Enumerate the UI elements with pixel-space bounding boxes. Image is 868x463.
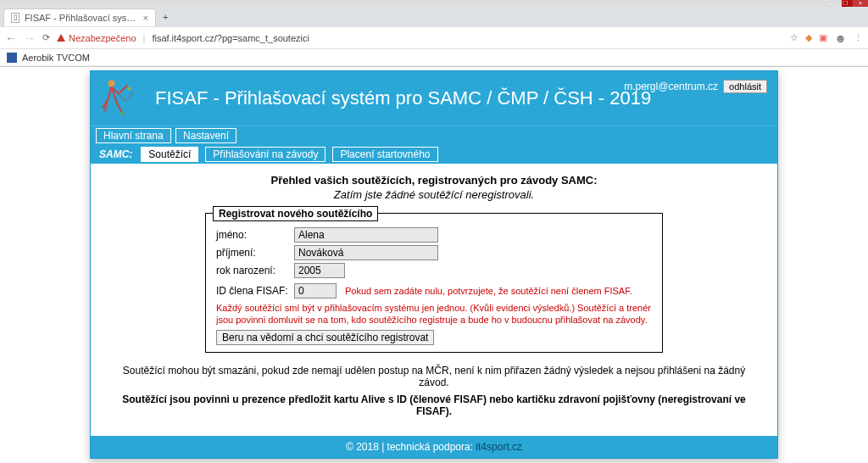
extension-icon[interactable]: ◆ xyxy=(805,32,812,43)
app-box: FISAF - Přihlašovací systém pro SAMC / Č… xyxy=(90,70,778,459)
window-controls: – ☐ × xyxy=(0,0,868,7)
registration-form: Registrovat nového soutěžícího jméno: př… xyxy=(205,213,663,353)
browser-chrome: – ☐ × ▯ FISAF - Přihlašovací systém pro … xyxy=(0,0,868,67)
new-tab-button[interactable]: + xyxy=(156,12,175,22)
nav-payments[interactable]: Placení startovného xyxy=(332,147,437,162)
label-firstname: jméno: xyxy=(216,229,294,241)
form-legend: Registrovat nového soutěžícího xyxy=(213,206,378,221)
warn-fisaf-zero: Pokud sem zadáte nulu, potvrzujete, že s… xyxy=(345,286,632,296)
page-icon: ▯ xyxy=(11,13,19,23)
user-area: m.pergl@centrum.cz odhlásit xyxy=(624,80,767,93)
fisaf-logo xyxy=(101,76,145,120)
reload-icon[interactable]: ⟳ xyxy=(42,32,50,43)
bookmark-bar: Aerobik TVCOM xyxy=(0,49,868,66)
app-header: FISAF - Přihlašovací systém pro SAMC / Č… xyxy=(91,71,777,126)
user-email: m.pergl@centrum.cz xyxy=(624,81,718,92)
security-label: Nezabezpečeno xyxy=(69,33,136,43)
main-content: Přehled vašich soutěžících, registrovaný… xyxy=(91,164,777,426)
url-input[interactable] xyxy=(152,33,783,43)
star-icon[interactable]: ☆ xyxy=(790,32,798,43)
svg-point-3 xyxy=(127,86,131,90)
nav-home[interactable]: Hlavní strana xyxy=(96,128,171,143)
label-lastname: příjmení: xyxy=(216,247,294,259)
nav-settings[interactable]: Nastavení xyxy=(175,128,236,143)
warning-triangle-icon xyxy=(57,34,65,42)
note-id-required: Soutěžící jsou povinni u prezence předlo… xyxy=(108,393,760,417)
primary-nav: Hlavní strana Nastavení xyxy=(91,126,777,145)
note-deletion: Soutěžící mohou být smazáni, pokud zde n… xyxy=(108,365,760,388)
tab-title: FISAF - Přihlašovací systém pro ... xyxy=(25,13,138,23)
svg-point-1 xyxy=(104,108,108,111)
tab-bar: ▯ FISAF - Přihlašovací systém pro ... × … xyxy=(0,7,868,27)
bookmark-favicon xyxy=(7,53,17,63)
input-fisaf-id[interactable] xyxy=(294,283,337,298)
content-subheading: Zatím jste žádné soutěžící neregistroval… xyxy=(108,188,760,201)
footer-copyright: © 2018 | technická podpora: xyxy=(346,441,476,453)
profile-icon[interactable]: ☻ xyxy=(834,31,847,45)
label-fisaf-id: ID člena FISAF: xyxy=(216,285,294,297)
security-indicator[interactable]: Nezabezpečeno xyxy=(57,33,136,43)
page-container: FISAF - Přihlašovací systém pro SAMC / Č… xyxy=(0,67,868,459)
bookmark-item[interactable]: Aerobik TVCOM xyxy=(22,53,90,63)
svg-point-0 xyxy=(108,80,114,86)
nav-register-races[interactable]: Přihlašování na závody xyxy=(205,147,326,162)
logout-button[interactable]: odhlásit xyxy=(723,80,767,93)
submit-register-button[interactable]: Beru na vědomí a chci soutěžícího regist… xyxy=(216,330,434,345)
secondary-nav: SAMC: Soutěžící Přihlašování na závody P… xyxy=(91,145,777,164)
window-close[interactable]: × xyxy=(853,0,868,7)
menu-icon[interactable]: ⋮ xyxy=(854,32,863,43)
label-birthyear: rok narození: xyxy=(216,265,294,276)
app-footer: © 2018 | technická podpora: it4sport.cz xyxy=(91,436,777,458)
nav-forward-icon[interactable]: → xyxy=(24,31,36,45)
content-heading: Přehled vašich soutěžících, registrovaný… xyxy=(108,174,760,187)
app-title: FISAF - Přihlašovací systém pro SAMC / Č… xyxy=(155,87,651,109)
extension2-icon[interactable]: ▣ xyxy=(819,32,827,43)
warn-duplicate: Každý soutěžící smí být v přihlašovacím … xyxy=(216,302,652,326)
footer-support-link[interactable]: it4sport.cz xyxy=(476,441,522,453)
nav-competitors[interactable]: Soutěžící xyxy=(141,147,198,162)
browser-tab[interactable]: ▯ FISAF - Přihlašovací systém pro ... × xyxy=(3,8,156,26)
tab-close-icon[interactable]: × xyxy=(143,13,148,23)
input-firstname[interactable] xyxy=(294,227,438,243)
svg-point-2 xyxy=(120,112,124,115)
window-minimize[interactable]: – xyxy=(822,0,837,7)
address-bar: ← → ⟳ Nezabezpečeno | ☆ ◆ ▣ ☻ ⋮ xyxy=(0,27,868,49)
section-label: SAMC: xyxy=(96,148,136,160)
input-lastname[interactable] xyxy=(294,245,438,260)
window-maximize[interactable]: ☐ xyxy=(837,0,853,7)
input-birthyear[interactable] xyxy=(294,263,345,278)
nav-back-icon[interactable]: ← xyxy=(5,31,17,45)
